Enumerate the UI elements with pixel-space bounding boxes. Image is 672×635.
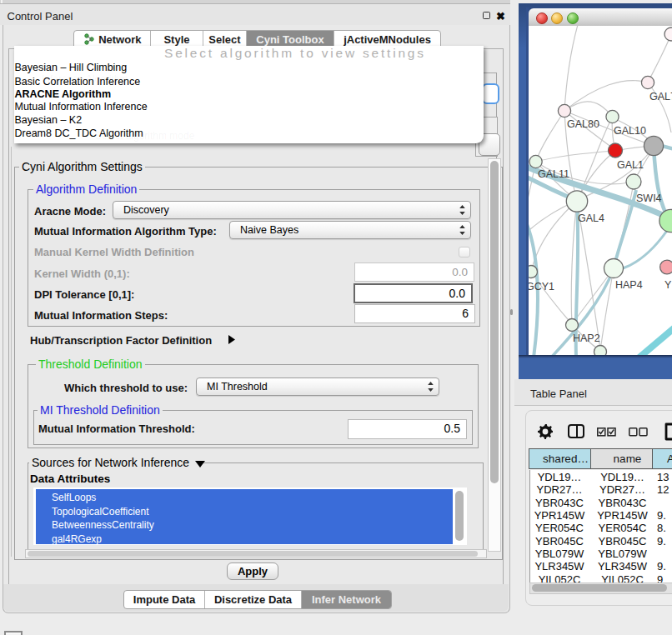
svg-text:SWI4: SWI4 bbox=[636, 192, 662, 204]
svg-text:GAL10: GAL10 bbox=[614, 125, 646, 137]
svg-text:HAP4: HAP4 bbox=[615, 279, 643, 291]
svg-text:GAL7: GAL7 bbox=[649, 91, 672, 102]
svg-text:Y: Y bbox=[664, 279, 672, 291]
svg-text:GAL4: GAL4 bbox=[578, 212, 604, 224]
svg-text:GAL1: GAL1 bbox=[617, 159, 644, 171]
svg-text:GAL80: GAL80 bbox=[567, 118, 599, 130]
svg-text:GAL11: GAL11 bbox=[538, 168, 569, 180]
svg-text:HAP2: HAP2 bbox=[573, 332, 600, 344]
svg-text:GCY1: GCY1 bbox=[529, 281, 554, 292]
